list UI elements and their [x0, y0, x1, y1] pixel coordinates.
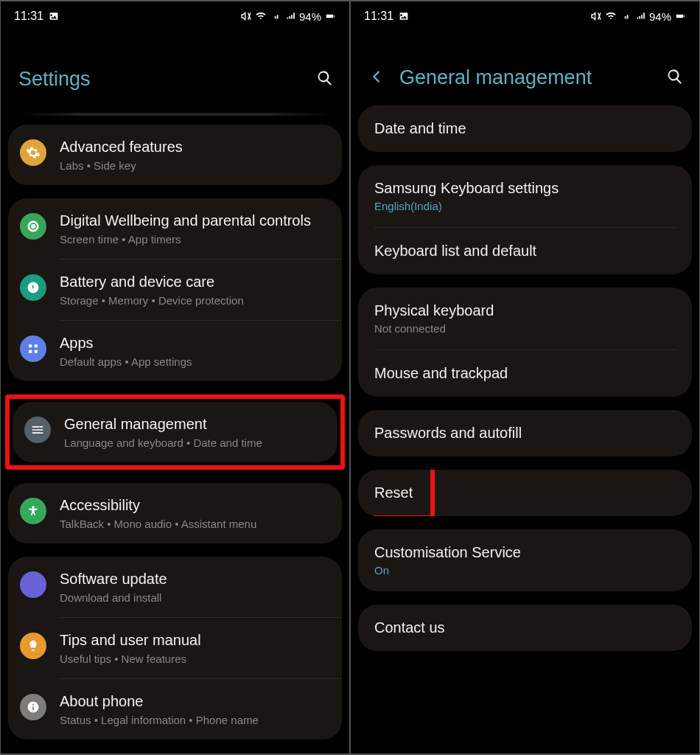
row-label: Date and time — [374, 120, 676, 137]
search-icon[interactable] — [315, 69, 335, 91]
row-sub: Default apps • App settings — [60, 355, 330, 368]
row-label: Apps — [60, 334, 330, 352]
row-sub: Storage • Memory • Device protection — [60, 294, 330, 307]
row-label: Keyboard list and default — [374, 243, 676, 260]
row-label: Customisation Service — [374, 544, 676, 561]
card: Contact us — [358, 605, 692, 651]
card: Samsung Keyboard settings English(India)… — [358, 165, 692, 274]
row-customisation-service[interactable]: Customisation Service On — [358, 529, 692, 591]
card: Passwords and autofill — [358, 410, 692, 456]
battery-icon — [674, 10, 686, 22]
row-sub: Status • Legal information • Phone name — [60, 714, 330, 726]
row-reset[interactable]: Reset — [358, 470, 692, 516]
row-passwords-and-autofill[interactable]: Passwords and autofill — [358, 410, 692, 456]
row-sub: Not connected — [374, 322, 676, 335]
row-label: Digital Wellbeing and parental controls — [60, 212, 330, 230]
info-icon — [20, 694, 46, 720]
row-software-update[interactable]: Software update Download and install — [8, 557, 342, 617]
settings-panel: 11:31 94% Settings — [1, 1, 349, 754]
card: Customisation Service On — [358, 529, 692, 591]
row-date-and-time[interactable]: Date and time — [358, 105, 692, 152]
row-general-management[interactable]: General management Language and keyboard… — [13, 402, 337, 462]
card: Advanced features Labs • Side key — [8, 125, 342, 185]
signal-icon — [620, 10, 631, 22]
row-label: Accessibility — [60, 496, 330, 515]
row-battery-and-device-care[interactable]: Battery and device care Storage • Memory… — [8, 260, 342, 320]
wifi-icon — [605, 10, 617, 22]
gear-icon — [20, 139, 46, 166]
row-label: Passwords and autofill — [374, 425, 676, 442]
page-title: General management — [399, 66, 592, 89]
bulb-icon — [20, 633, 46, 659]
row-advanced-features[interactable]: Advanced features Labs • Side key — [8, 125, 342, 185]
row-keyboard-list-and-default[interactable]: Keyboard list and default — [358, 228, 692, 274]
row-label: Contact us — [374, 619, 676, 636]
row-accessibility[interactable]: Accessibility TalkBack • Mono audio • As… — [8, 483, 342, 543]
scroll-indicator — [18, 113, 332, 116]
card: Software update Download and install Tip… — [8, 557, 342, 740]
search-icon[interactable] — [665, 67, 685, 89]
wifi-icon — [255, 10, 267, 22]
row-physical-keyboard[interactable]: Physical keyboard Not connected — [358, 288, 692, 349]
status-battery-pct: 94% — [649, 10, 671, 23]
row-label: Physical keyboard — [374, 302, 676, 319]
row-digital-wellbeing-and-parental-controls[interactable]: Digital Wellbeing and parental controls … — [8, 198, 342, 259]
row-mouse-and-trackpad[interactable]: Mouse and trackpad — [358, 350, 692, 397]
wellbeing-icon — [20, 213, 46, 240]
row-sub: Download and install — [60, 591, 330, 604]
row-label: About phone — [60, 692, 330, 711]
highlight-box: General management Language and keyboard… — [5, 394, 345, 470]
mute-vibrate-icon — [590, 10, 602, 22]
row-sub: Labs • Side key — [60, 159, 330, 172]
card: Date and time — [358, 105, 692, 152]
mute-vibrate-icon — [240, 10, 252, 22]
row-label: Tips and user manual — [60, 631, 330, 650]
row-apps[interactable]: Apps Default apps • App settings — [8, 321, 342, 381]
row-samsung-keyboard-settings[interactable]: Samsung Keyboard settings English(India) — [358, 165, 692, 227]
row-sub: Language and keyboard • Date and time — [64, 436, 326, 449]
row-label: Mouse and trackpad — [374, 365, 676, 382]
row-sub: On — [374, 564, 676, 577]
back-button[interactable] — [368, 69, 385, 88]
row-sub: Screen time • App timers — [60, 233, 330, 246]
status-time: 11:31 — [14, 10, 43, 23]
battery-care-icon — [20, 274, 46, 301]
card: General management Language and keyboard… — [13, 402, 337, 462]
card: Reset — [358, 470, 692, 516]
image-icon — [48, 10, 60, 22]
card: Digital Wellbeing and parental controls … — [8, 198, 342, 381]
battery-icon — [324, 10, 336, 22]
row-contact-us[interactable]: Contact us — [358, 605, 692, 651]
row-sub: TalkBack • Mono audio • Assistant menu — [60, 518, 330, 530]
status-time: 11:31 — [364, 10, 393, 23]
signal-icon — [284, 10, 296, 22]
status-battery-pct: 94% — [299, 10, 321, 23]
status-bar: 11:31 94% — [1, 1, 349, 31]
gm-header: General management — [351, 31, 699, 105]
row-about-phone[interactable]: About phone Status • Legal information •… — [8, 679, 342, 740]
apps-grid-icon — [20, 335, 46, 362]
signal-icon — [634, 10, 646, 22]
sliders-icon — [24, 417, 51, 443]
general-mgmt-panel: 11:31 94% — [351, 1, 699, 754]
row-sub: English(India) — [374, 200, 676, 212]
download-icon — [20, 571, 46, 598]
row-label: Advanced features — [60, 138, 330, 156]
row-label: General management — [64, 415, 326, 434]
row-tips-and-user-manual[interactable]: Tips and user manual Useful tips • New f… — [8, 618, 342, 678]
status-bar: 11:31 94% — [351, 1, 699, 31]
row-label: Reset — [374, 484, 676, 501]
row-label: Battery and device care — [60, 273, 330, 291]
accessibility-icon — [20, 498, 46, 524]
card: Accessibility TalkBack • Mono audio • As… — [8, 483, 342, 543]
image-icon — [398, 10, 410, 22]
signal-icon — [270, 10, 281, 22]
page-title: Settings — [18, 68, 91, 91]
settings-header: Settings — [1, 31, 349, 113]
row-label: Software update — [60, 570, 330, 588]
row-label: Samsung Keyboard settings — [374, 180, 676, 197]
row-sub: Useful tips • New features — [60, 653, 330, 665]
card: Physical keyboard Not connected Mouse an… — [358, 288, 692, 397]
